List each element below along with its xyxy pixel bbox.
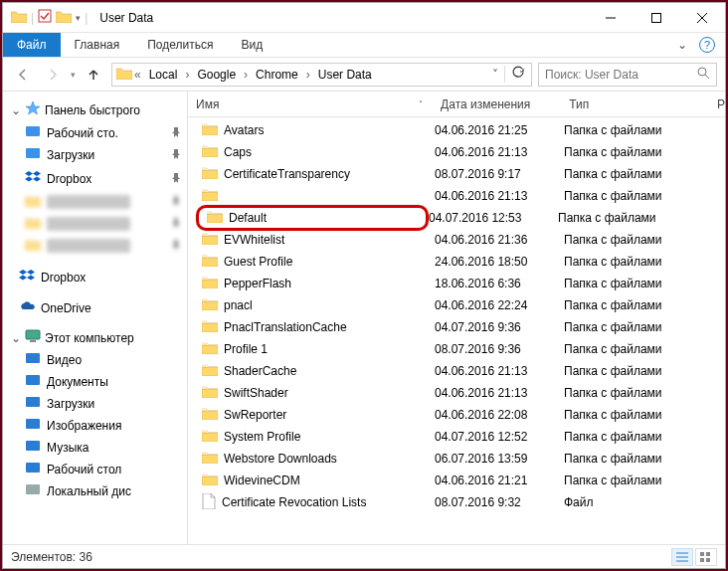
nav-onedrive[interactable]: OneDrive xyxy=(3,297,187,318)
up-button[interactable] xyxy=(82,63,105,87)
tab-file[interactable]: Файл xyxy=(3,33,61,57)
chevron-right-icon[interactable]: › xyxy=(304,68,312,82)
svg-rect-2 xyxy=(652,13,661,22)
nav-item-icon xyxy=(25,147,41,163)
search-icon[interactable] xyxy=(697,67,710,83)
file-row[interactable]: Crashpad04.06.2016 21:13Папка с файлами xyxy=(188,185,725,207)
help-icon[interactable]: ? xyxy=(699,37,715,53)
chevron-right-icon[interactable]: « xyxy=(132,68,143,82)
collapse-icon[interactable]: ⌄ xyxy=(11,103,21,117)
nav-quickitem-blurred[interactable]: ——————— xyxy=(3,213,187,235)
file-row[interactable]: Caps04.06.2016 21:13Папка с файлами xyxy=(188,141,725,163)
view-details-button[interactable] xyxy=(671,548,693,566)
nav-pc-item[interactable]: Изображения xyxy=(3,415,187,437)
file-row[interactable]: pnacl04.06.2016 22:24Папка с файлами xyxy=(188,294,725,316)
file-type: Папка с файлами xyxy=(564,167,713,181)
svg-rect-23 xyxy=(700,558,704,562)
nav-item-label: Рабочий стол xyxy=(47,463,121,476)
qat-dropdown-icon[interactable]: ▾ xyxy=(76,13,81,23)
nav-pc-item[interactable]: Видео xyxy=(3,349,187,371)
file-row[interactable]: Default04.07.2016 12:53Папка с файлами xyxy=(188,207,725,229)
nav-pane: ⌄ Панель быстрого Рабочий сто.ЗагрузкиDr… xyxy=(3,92,188,544)
crumb-1[interactable]: Google xyxy=(191,64,242,86)
crumb-2[interactable]: Chrome xyxy=(250,64,304,86)
file-row[interactable]: CertificateTransparency08.07.2016 9:17Па… xyxy=(188,163,725,185)
file-row[interactable]: Guest Profile24.06.2016 18:50Папка с фай… xyxy=(188,251,725,273)
chevron-right-icon[interactable]: › xyxy=(183,68,191,82)
folder-icon xyxy=(202,429,218,445)
svg-rect-14 xyxy=(26,419,40,429)
view-icons-button[interactable] xyxy=(695,548,717,566)
file-row[interactable]: Avatars04.06.2016 21:25Папка с файлами xyxy=(188,119,725,141)
qat-folder-icon[interactable] xyxy=(56,10,72,26)
tab-view[interactable]: Вид xyxy=(227,33,276,57)
file-row[interactable]: EVWhitelist04.06.2016 21:36Папка с файла… xyxy=(188,229,725,251)
folder-icon xyxy=(202,407,218,423)
file-name: EVWhitelist xyxy=(224,233,284,247)
file-date: 06.07.2016 13:59 xyxy=(435,452,564,466)
file-name: Avatars xyxy=(224,123,264,137)
nav-pc-item[interactable]: Загрузки xyxy=(3,393,187,415)
column-date[interactable]: Дата изменения xyxy=(433,97,561,111)
close-button[interactable] xyxy=(679,3,725,33)
back-button[interactable] xyxy=(11,63,35,87)
file-name: SwiftShader xyxy=(224,386,288,400)
qat-checkbox-icon[interactable] xyxy=(38,9,52,26)
file-row[interactable]: SwiftShader04.06.2016 21:13Папка с файла… xyxy=(188,382,725,404)
nav-dropbox[interactable]: Dropbox xyxy=(3,265,187,289)
crumb-0[interactable]: Local xyxy=(143,64,184,86)
minimize-button[interactable] xyxy=(588,3,634,33)
nav-quick-access[interactable]: ⌄ Панель быстрого xyxy=(3,97,187,122)
nav-quickitem-blurred[interactable]: ——————— xyxy=(3,191,187,213)
tab-home[interactable]: Главная xyxy=(61,33,134,57)
file-row[interactable]: Profile 108.07.2016 9:36Папка с файлами xyxy=(188,338,725,360)
forward-button[interactable] xyxy=(41,63,65,87)
column-extra[interactable]: Р xyxy=(709,97,725,111)
file-row[interactable]: Webstore Downloads06.07.2016 13:59Папка … xyxy=(188,448,725,470)
pin-icon xyxy=(171,195,181,209)
nav-quickitem[interactable]: Рабочий сто. xyxy=(3,122,187,144)
file-row[interactable]: SwReporter04.06.2016 22:08Папка с файлам… xyxy=(188,404,725,426)
nav-item-icon xyxy=(25,374,41,390)
file-type: Папка с файлами xyxy=(564,145,713,159)
column-type[interactable]: Тип xyxy=(561,97,709,111)
nav-quickitem[interactable]: Dropbox xyxy=(3,166,187,191)
file-row[interactable]: Certificate Revocation Lists08.07.2016 9… xyxy=(188,491,725,513)
file-row[interactable]: ShaderCache04.06.2016 21:13Папка с файла… xyxy=(188,360,725,382)
collapse-icon[interactable]: ⌄ xyxy=(11,331,21,345)
search-input[interactable] xyxy=(545,68,697,82)
refresh-icon[interactable] xyxy=(504,66,531,83)
file-row[interactable]: PnaclTranslationCache04.07.2016 9:36Папк… xyxy=(188,316,725,338)
crumb-3[interactable]: User Data xyxy=(312,64,378,86)
nav-pc-item[interactable]: Рабочий стол xyxy=(3,459,187,480)
ribbon-expand-icon[interactable]: ⌄ xyxy=(677,38,687,52)
maximize-button[interactable] xyxy=(634,3,679,33)
nav-quickitem[interactable]: Загрузки xyxy=(3,144,187,166)
tab-share[interactable]: Поделиться xyxy=(133,33,227,57)
nav-pc-item[interactable]: Локальный дис xyxy=(3,480,187,502)
nav-item-label: Музыка xyxy=(47,441,89,455)
nav-label: Панель быстрого xyxy=(45,103,140,117)
svg-rect-10 xyxy=(30,340,36,342)
nav-pc-item[interactable]: Документы xyxy=(3,371,187,393)
search-box[interactable] xyxy=(538,63,717,87)
history-dropdown-icon[interactable]: ▾ xyxy=(71,70,76,80)
nav-quickitem-blurred[interactable]: ——————— xyxy=(3,235,187,257)
column-name[interactable]: Имя ˄ xyxy=(188,97,433,111)
file-row[interactable]: System Profile04.07.2016 12:52Папка с фа… xyxy=(188,426,725,448)
nav-pc-item[interactable]: Музыка xyxy=(3,437,187,459)
file-date: 04.06.2016 21:21 xyxy=(435,474,564,487)
nav-label: OneDrive xyxy=(41,301,91,315)
nav-this-pc[interactable]: ⌄ Этот компьютер xyxy=(3,326,187,349)
address-dropdown-icon[interactable]: ˅ xyxy=(486,68,504,82)
chevron-right-icon[interactable]: › xyxy=(242,68,250,82)
nav-item-label: Dropbox xyxy=(47,172,91,186)
file-type: Папка с файлами xyxy=(564,298,713,312)
nav-item-icon xyxy=(25,418,41,434)
file-list[interactable]: Avatars04.06.2016 21:25Папка с файламиCa… xyxy=(188,117,725,544)
file-date: 04.07.2016 12:52 xyxy=(435,430,564,444)
star-icon xyxy=(25,100,41,119)
breadcrumb[interactable]: « Local › Google › Chrome › User Data ˅ xyxy=(111,63,532,87)
file-row[interactable]: WidevineCDM04.06.2016 21:21Папка с файла… xyxy=(188,470,725,491)
file-row[interactable]: PepperFlash18.06.2016 6:36Папка с файлам… xyxy=(188,273,725,294)
